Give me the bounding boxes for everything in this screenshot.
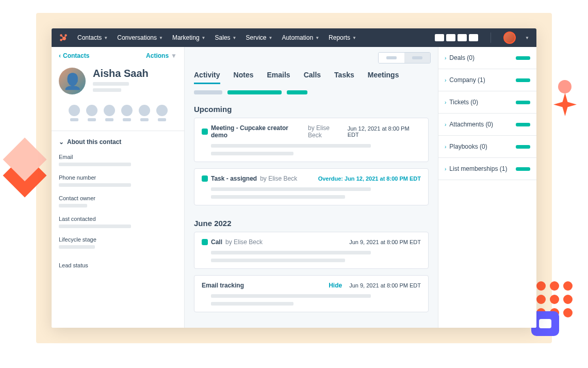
card-by: by Elise Beck (225, 238, 263, 246)
activity-card-email[interactable]: Email tracking Hide Jun 9, 2021 at 8:00 … (194, 275, 429, 312)
placeholder (93, 88, 121, 92)
panel-action[interactable] (516, 145, 530, 149)
card-by: by Elise Beck (308, 124, 345, 139)
actions-dropdown[interactable]: Actions ▼ (146, 52, 177, 59)
card-by: by Elise Beck (260, 175, 297, 182)
action-button-3[interactable] (104, 105, 115, 121)
field-label: Contact owner (59, 195, 177, 201)
card-title: Call (211, 238, 222, 246)
action-button-1[interactable] (69, 105, 80, 121)
about-contact-toggle[interactable]: ⌄ About this contact (52, 131, 184, 150)
nav-utility-icons (435, 34, 478, 41)
activity-card-call[interactable]: Call by Elise Beck Jun 9, 2021 at 8:00 P… (194, 232, 429, 269)
tab-meetings[interactable]: Meetings (368, 71, 399, 84)
chevron-right-icon: › (445, 100, 446, 105)
placeholder (59, 163, 131, 166)
panel-tickets[interactable]: ›Tickets (0) (438, 91, 536, 114)
panel-attachments[interactable]: ›Attachments (0) (438, 114, 536, 136)
nav-contacts[interactable]: Contacts▼ (77, 34, 108, 41)
panel-label: Company (1) (449, 76, 485, 84)
app-window: Contacts▼ Conversations▼ Marketing▼ Sale… (52, 28, 536, 328)
field-phone: Phone number (52, 170, 184, 191)
filter-pill-2[interactable] (227, 90, 282, 94)
panel-list-memberships[interactable]: ›List memberships (1) (438, 158, 536, 180)
back-label: Contacts (63, 52, 89, 59)
activity-tabs: Activity Notes Emails Calls Tasks Meetin… (185, 69, 438, 84)
chevron-down-icon: ▼ (233, 36, 237, 40)
panel-deals[interactable]: ›Deals (0) (438, 47, 536, 69)
tab-activity[interactable]: Activity (194, 71, 220, 84)
nav-util-2[interactable] (446, 34, 455, 41)
field-label: Phone number (59, 174, 177, 181)
chevron-down-icon: ▼ (202, 36, 206, 40)
panel-action[interactable] (516, 167, 530, 171)
field-label: Lead status (59, 262, 177, 268)
nav-automation[interactable]: Automation▼ (282, 34, 319, 41)
hubspot-logo[interactable] (59, 33, 68, 42)
chevron-down-icon: ▼ (171, 52, 177, 59)
nav-service-label: Service (246, 34, 266, 41)
placeholder (59, 225, 131, 228)
chevron-left-icon: ‹ (59, 52, 61, 59)
card-date: Jun 9, 2021 at 8:00 PM EDT (349, 239, 421, 245)
chevron-down-icon[interactable]: ▼ (525, 36, 529, 40)
nav-contacts-label: Contacts (77, 34, 102, 41)
contact-action-row (52, 102, 184, 131)
nav-marketing[interactable]: Marketing▼ (172, 34, 206, 41)
view-segmented-control[interactable] (378, 52, 431, 63)
nav-reports[interactable]: Reports▼ (329, 34, 356, 41)
panel-action[interactable] (516, 101, 530, 104)
panel-action[interactable] (516, 78, 530, 82)
user-avatar[interactable] (503, 31, 516, 44)
section-upcoming-title: Upcoming (185, 98, 438, 118)
action-button-6[interactable] (156, 105, 168, 121)
panel-playbooks[interactable]: ›Playbooks (0) (438, 136, 536, 158)
tab-notes[interactable]: Notes (234, 71, 254, 84)
nav-sales-label: Sales (215, 34, 231, 41)
filter-pill-3[interactable] (287, 90, 307, 94)
action-button-4[interactable] (121, 105, 133, 121)
placeholder (93, 82, 129, 86)
action-button-5[interactable] (139, 105, 150, 121)
panel-action[interactable] (516, 123, 530, 126)
nav-marketing-label: Marketing (172, 34, 200, 41)
back-to-contacts[interactable]: ‹ Contacts (59, 52, 89, 59)
placeholder (211, 294, 371, 298)
chevron-down-icon: ▼ (352, 36, 356, 40)
filter-pill-1[interactable] (194, 90, 222, 94)
panel-company[interactable]: ›Company (1) (438, 69, 536, 91)
tab-tasks[interactable]: Tasks (334, 71, 354, 84)
nav-util-3[interactable] (458, 34, 467, 41)
activity-filters (185, 84, 438, 98)
field-label: Lifecycle stage (59, 236, 177, 243)
field-email: Email (52, 150, 184, 170)
action-button-2[interactable] (86, 105, 97, 121)
nav-conversations[interactable]: Conversations▼ (117, 34, 163, 41)
nav-util-1[interactable] (435, 34, 444, 41)
tab-emails[interactable]: Emails (267, 71, 290, 84)
card-date: Jun 12, 2021 at 8:00 PM EDT (348, 125, 421, 138)
nav-util-4[interactable] (469, 34, 478, 41)
hide-link[interactable]: Hide (329, 282, 342, 289)
field-label: Email (59, 154, 177, 160)
placeholder (211, 144, 371, 148)
nav-service[interactable]: Service▼ (246, 34, 272, 41)
left-sidebar: ‹ Contacts Actions ▼ Aisha Saah (52, 47, 185, 328)
placeholder (211, 187, 371, 191)
panel-action[interactable] (516, 56, 530, 60)
activity-card-task[interactable]: Task - assigned by Elise Beck Overdue: J… (194, 168, 429, 205)
placeholder (211, 302, 293, 306)
chevron-down-icon: ▼ (159, 36, 163, 40)
actions-label: Actions (146, 52, 169, 59)
nav-sales[interactable]: Sales▼ (215, 34, 237, 41)
chevron-right-icon: › (445, 166, 446, 172)
chevron-right-icon: › (445, 77, 446, 83)
field-lead-status: Lead status (52, 253, 184, 275)
tab-calls[interactable]: Calls (304, 71, 321, 84)
contact-avatar[interactable] (59, 68, 86, 94)
field-label: Last contacted (59, 216, 177, 222)
panel-label: Attachments (0) (449, 121, 493, 128)
chevron-down-icon: ▼ (104, 36, 108, 40)
activity-card-meeting[interactable]: Meeting - Cupcake creator demo by Elise … (194, 118, 429, 162)
nav-conversations-label: Conversations (117, 34, 157, 41)
